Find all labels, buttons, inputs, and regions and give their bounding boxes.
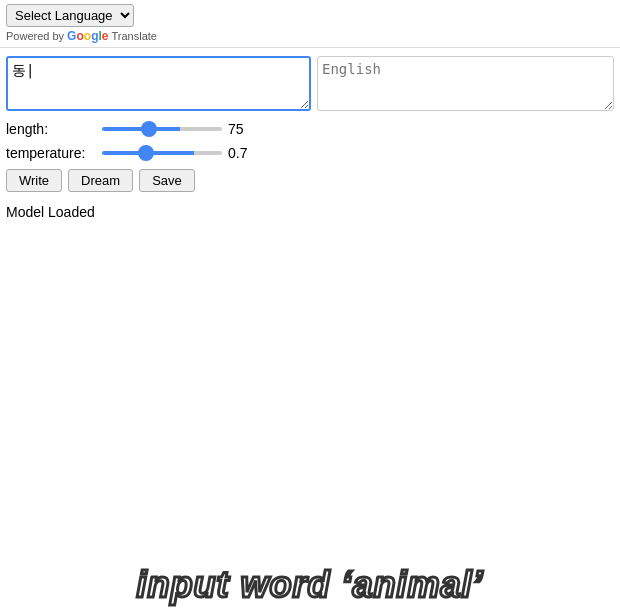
- translate-bar: Select Language English Spanish French G…: [0, 0, 620, 48]
- watermark-text: input word ‘animal’: [136, 564, 483, 606]
- translate-label: Translate: [112, 30, 157, 42]
- language-select[interactable]: Select Language English Spanish French G…: [6, 4, 134, 27]
- length-label: length:: [6, 121, 96, 137]
- powered-by-prefix: Powered by: [6, 30, 64, 42]
- temperature-value: 0.7: [228, 145, 258, 161]
- input-textarea[interactable]: 동|: [6, 56, 311, 111]
- length-slider-row: length: 75: [6, 121, 614, 137]
- length-slider[interactable]: [102, 127, 222, 131]
- textareas-row: 동|: [6, 56, 614, 111]
- google-logo: Google: [67, 29, 108, 43]
- buttons-row: Write Dream Save: [6, 169, 614, 192]
- temperature-slider-row: temperature: 0.7: [6, 145, 614, 161]
- main-content: 동| length: 75 temperature: 0.7 Write Dre…: [0, 48, 620, 236]
- powered-by: Powered by Google Translate: [6, 29, 614, 43]
- length-value: 75: [228, 121, 258, 137]
- save-button[interactable]: Save: [139, 169, 195, 192]
- temperature-slider[interactable]: [102, 151, 222, 155]
- output-textarea[interactable]: [317, 56, 614, 111]
- status-text: Model Loaded: [6, 204, 614, 220]
- temperature-label: temperature:: [6, 145, 96, 161]
- write-button[interactable]: Write: [6, 169, 62, 192]
- dream-button[interactable]: Dream: [68, 169, 133, 192]
